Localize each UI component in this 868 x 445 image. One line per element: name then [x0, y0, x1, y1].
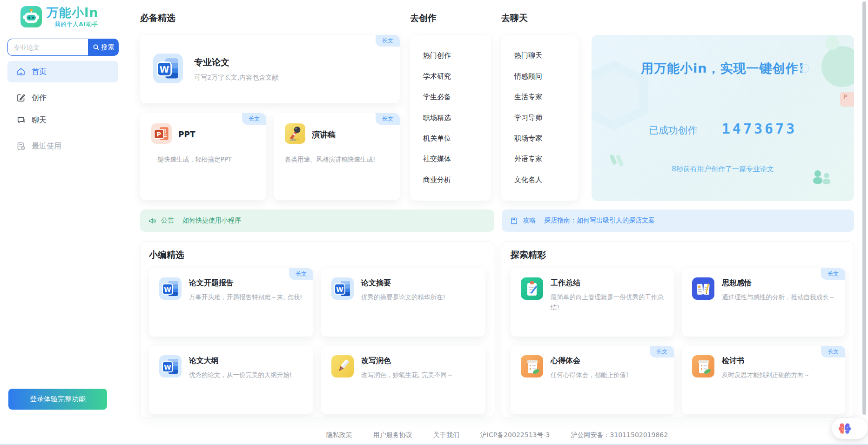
card-title: 工作总结	[551, 278, 664, 288]
app-subtitle: 我的个人AI助手	[54, 20, 98, 28]
search-button-label: 搜索	[101, 43, 114, 52]
main-content: 必备精选 长文 W 专业论文 可写2万字长文,内容	[127, 0, 861, 445]
card-desc: 最简单的向上管理就是一份优秀的工作总结!	[551, 292, 664, 313]
footer-link-about[interactable]: 关于我们	[433, 425, 459, 444]
featured-section: 必备精选 长文 W 专业论文 可写2万字长文,内容	[140, 11, 400, 200]
sidebar-item-create[interactable]: 创作	[7, 87, 118, 108]
card-ppt[interactable]: 长文 P	[140, 113, 266, 200]
sidebar-item-home[interactable]: 首页	[7, 61, 118, 82]
scroll-leaf-icon	[521, 355, 543, 379]
card-desc: 改写润色，妙笔生花, 完美不同～	[361, 370, 453, 380]
word-icon: W	[153, 54, 183, 85]
footer-police-number[interactable]: 沪公网安备：31011502019862	[571, 425, 668, 444]
svg-text:W: W	[336, 286, 343, 293]
card-desc: 通过理性与感性的分析，推动自我成长～	[722, 292, 835, 302]
speaker-icon	[148, 217, 156, 225]
card-title: 论文摘要	[361, 278, 445, 288]
chat-category[interactable]: 生活专家	[501, 93, 579, 101]
long-text-badge: 长文	[821, 346, 845, 357]
card-self-review[interactable]: 长文	[682, 346, 845, 414]
card-thesis-proposal[interactable]: 长文 W 论文开题报告 万	[149, 268, 313, 337]
card-desc: 任何心得体会，都能上价值!	[551, 370, 628, 380]
create-category[interactable]: 热门创作	[410, 51, 491, 60]
sidebar-item-recent[interactable]: 最近使用	[7, 135, 118, 157]
search-icon	[93, 44, 100, 51]
card-desc: 优秀的摘要是论文的精华所在!	[361, 292, 445, 302]
microphone-icon	[285, 123, 305, 146]
chat-bubble-icon	[16, 115, 26, 125]
promo-banner: P 用万能小in，实现一键创作! 已成功创作 1473673 8秒前有用户创作了…	[592, 35, 854, 201]
card-thesis-outline[interactable]: W 论文大纲 优秀的论文，从一份完美的大纲开始!	[149, 346, 313, 414]
sidebar: 万能小In 我的个人AI助手 搜索 首页	[0, 0, 126, 445]
card-experience-insight[interactable]: 长文	[511, 346, 674, 414]
card-desc: 一键快速生成，轻松搞定PPT	[151, 154, 255, 165]
card-work-summary[interactable]: 工作总结 最简单的向上管理就是一份优秀的工作总结!	[511, 268, 674, 337]
create-heading: 去创作	[410, 11, 491, 24]
guide-tag: 攻略	[523, 216, 536, 225]
create-category[interactable]: 机关单位	[410, 134, 491, 143]
card-title: 论文大纲	[189, 356, 292, 366]
explore-panel: 探索精彩	[502, 241, 854, 418]
create-category[interactable]: 学术研究	[410, 72, 491, 81]
chat-category[interactable]: 文化名人	[501, 175, 579, 184]
word-icon: W	[159, 355, 182, 379]
editor-picks-heading: 小编精选	[149, 248, 485, 261]
card-title: 思想感悟	[722, 278, 835, 288]
card-professional-paper[interactable]: 长文 W 专业论文 可写2万字长文,内容包含文献	[140, 35, 400, 103]
scroll-leaf-icon	[692, 355, 714, 379]
search-button[interactable]: 搜索	[88, 39, 119, 56]
announcement-text: 如何快捷使用小程序	[182, 216, 241, 225]
card-reflections[interactable]: 长文 思想感悟	[682, 268, 845, 337]
chat-category[interactable]: 职场专家	[501, 134, 579, 143]
footer-link-terms[interactable]: 用户服务协议	[373, 425, 412, 444]
login-button[interactable]: 登录体验完整功能	[8, 389, 107, 410]
long-text-badge: 长文	[821, 268, 845, 280]
card-title: 专业论文	[194, 56, 278, 68]
sidebar-item-label: 首页	[32, 67, 47, 77]
counter-value: 1473673	[722, 121, 797, 137]
card-title: 检讨书	[722, 356, 810, 366]
guide-bar[interactable]: 攻略 探店指南：如何写出吸引人的探店文案	[502, 209, 854, 232]
create-category[interactable]: 商业分析	[410, 175, 491, 184]
chat-category[interactable]: 学习导师	[501, 114, 579, 122]
card-title: 演讲稿	[312, 129, 336, 140]
robot-logo-icon	[20, 6, 42, 29]
card-title: 改写润色	[361, 356, 453, 366]
home-icon	[16, 67, 26, 76]
footer: 隐私政策 用户服务协议 关于我们 沪ICP备20022513号-3 沪公网安备：…	[140, 425, 854, 444]
sidebar-item-label: 最近使用	[32, 142, 61, 151]
chat-category[interactable]: 情感顾问	[501, 72, 579, 81]
card-title: 论文开题报告	[189, 278, 303, 288]
editor-picks-panel: 小编精选 长文 W	[140, 241, 494, 418]
card-title: PPT	[178, 130, 195, 139]
footer-link-privacy[interactable]: 隐私政策	[326, 425, 352, 444]
announcement-bar[interactable]: 公告 如何快捷使用小程序	[140, 209, 494, 232]
sidebar-item-chat[interactable]: 聊天	[7, 109, 118, 131]
explore-heading: 探索精彩	[511, 248, 845, 261]
chat-category-list: 热门聊天 情感顾问 生活专家 学习导师 职场专家 外语专家 文化名人	[501, 35, 579, 201]
chat-category[interactable]: 外语专家	[501, 155, 579, 163]
create-category[interactable]: 学生必备	[410, 93, 491, 101]
sidebar-item-label: 聊天	[32, 115, 47, 125]
app-title: 万能小In	[47, 6, 98, 20]
scrollbar-thumb[interactable]	[862, 1, 866, 415]
search-input[interactable]	[7, 39, 88, 56]
card-desc: 可写2万字长文,内容包含文献	[194, 74, 278, 82]
card-speech[interactable]: 长文	[274, 113, 400, 200]
create-category[interactable]: 社交媒体	[410, 155, 491, 163]
guide-text: 探店指南：如何写出吸引人的探店文案	[544, 216, 655, 225]
footer-icp-number[interactable]: 沪ICP备20022513号-3	[480, 425, 550, 444]
card-rewrite-polish[interactable]: 改写润色 改写润色，妙笔生花, 完美不同～	[321, 346, 485, 414]
clipboard-icon	[521, 277, 543, 302]
circle-decoration	[825, 36, 839, 50]
announcement-tag: 公告	[161, 216, 174, 225]
card-thesis-abstract[interactable]: W 论文摘要 优秀的摘要是论文的精华所在!	[321, 268, 485, 337]
ai-assistant-fab[interactable]	[832, 418, 868, 439]
word-icon: W	[331, 277, 354, 302]
counter-label: 已成功创作	[649, 124, 698, 137]
chat-heading: 去聊天	[501, 11, 579, 24]
long-text-badge: 长文	[289, 268, 313, 280]
chat-category[interactable]: 热门聊天	[501, 51, 579, 60]
create-category[interactable]: 职场精选	[410, 114, 491, 122]
long-text-badge: 长文	[376, 113, 400, 125]
